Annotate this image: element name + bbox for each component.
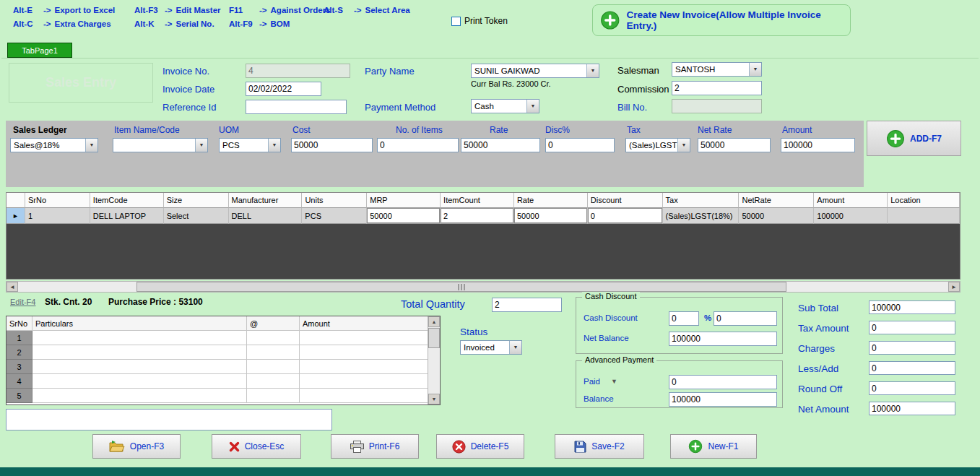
net-balance-label: Net Balance xyxy=(584,334,629,342)
particulars-cell[interactable] xyxy=(300,389,428,403)
grid-row[interactable]: ► 1 DELL LAPTOP Select DELL PCS 50000 2 … xyxy=(6,208,960,224)
particulars-vertical-scrollbar[interactable]: ▲ ▼ xyxy=(428,316,440,404)
balance-field[interactable] xyxy=(669,392,777,407)
particulars-cell[interactable] xyxy=(32,360,247,374)
open-button[interactable]: Open-F3 xyxy=(92,434,181,459)
charges-label: Charges xyxy=(798,343,835,354)
grid-header-tax: Tax xyxy=(663,193,740,208)
amount-field[interactable] xyxy=(781,138,855,152)
chevron-down-icon: ▼ xyxy=(526,100,539,113)
net-balance-field[interactable] xyxy=(669,332,777,346)
edit-f4-link[interactable]: Edit-F4 xyxy=(10,298,35,306)
particulars-cell[interactable] xyxy=(300,360,428,374)
create-new-invoice-button[interactable]: Create New Invoice(Allow Multiple Invoic… xyxy=(592,4,851,36)
tax-amount-field[interactable] xyxy=(869,321,955,334)
tax-label: Tax xyxy=(627,125,641,135)
particulars-cell[interactable] xyxy=(32,374,247,389)
cell-discount[interactable]: 0 xyxy=(588,208,663,224)
scrollbar-thumb[interactable] xyxy=(428,328,440,348)
sales-entry-panel: Sales Entry xyxy=(9,63,153,103)
delete-button[interactable]: Delete-F5 xyxy=(436,434,524,459)
particulars-cell[interactable] xyxy=(32,389,247,403)
button-label: Open-F3 xyxy=(130,441,164,451)
status-select[interactable]: Invoiced ▼ xyxy=(460,340,522,355)
cell-rate[interactable]: 50000 xyxy=(514,208,588,224)
particulars-row: 1 xyxy=(6,331,440,345)
scroll-down-arrow[interactable]: ▼ xyxy=(428,394,440,404)
cell-netrate: 50000 xyxy=(739,208,814,224)
grid-horizontal-scrollbar[interactable]: ◄ ► xyxy=(6,281,961,293)
reference-id-label: Reference Id xyxy=(162,102,216,113)
particulars-cell[interactable] xyxy=(247,360,300,374)
cell-size[interactable]: Select xyxy=(164,208,229,224)
new-button[interactable]: New-F1 xyxy=(670,434,757,459)
party-name-select[interactable]: SUNIL GAIKWAD ▼ xyxy=(471,64,599,78)
print-button[interactable]: Print-F6 xyxy=(331,434,419,459)
invoice-date-field[interactable] xyxy=(246,82,321,96)
particulars-cell[interactable] xyxy=(247,389,300,403)
cash-discount-percent-field[interactable] xyxy=(669,311,699,326)
notes-field[interactable] xyxy=(6,409,332,430)
commission-field[interactable] xyxy=(672,81,762,95)
total-quantity-field[interactable] xyxy=(492,298,562,312)
particulars-cell[interactable] xyxy=(32,345,247,360)
cost-field[interactable] xyxy=(291,138,373,152)
reference-id-field[interactable] xyxy=(246,100,347,114)
particulars-header-at: @ xyxy=(247,316,300,331)
disc-field[interactable] xyxy=(545,138,615,152)
save-button[interactable]: Save-F2 xyxy=(555,434,644,459)
sub-total-field[interactable] xyxy=(869,300,955,314)
scrollbar-thumb[interactable] xyxy=(136,282,786,292)
scroll-left-arrow[interactable]: ◄ xyxy=(6,282,18,292)
grid-header-size: Size xyxy=(164,193,229,208)
print-token-checkbox[interactable] xyxy=(451,17,461,26)
item-name-label: Item Name/Code xyxy=(114,125,180,135)
current-balance-text: Curr Bal Rs. 23000 Cr. xyxy=(471,79,551,88)
tax-select[interactable]: (Sales)LGST(18%) ▼ xyxy=(625,138,690,152)
scroll-right-arrow[interactable]: ► xyxy=(948,282,960,292)
particulars-cell[interactable] xyxy=(247,374,300,389)
rate-field[interactable] xyxy=(461,138,540,152)
round-off-field[interactable] xyxy=(869,381,955,395)
close-button[interactable]: Close-Esc xyxy=(212,434,301,459)
net-rate-field[interactable] xyxy=(698,138,771,152)
item-name-select[interactable]: ▼ xyxy=(113,138,208,152)
scrollbar-grip-icon xyxy=(461,284,462,290)
button-label: Print-F6 xyxy=(369,441,400,451)
particulars-cell[interactable] xyxy=(32,331,247,345)
button-label: Close-Esc xyxy=(245,441,285,451)
cell-srno: 1 xyxy=(25,208,90,224)
charges-field[interactable] xyxy=(869,341,955,355)
printer-icon xyxy=(350,441,364,453)
add-f7-button[interactable]: ADD-F7 xyxy=(867,121,961,156)
cell-itemcount[interactable]: 2 xyxy=(441,208,514,224)
cell-mrp[interactable]: 50000 xyxy=(367,208,441,224)
tab-tabpage1[interactable]: TabPage1 xyxy=(7,43,72,58)
net-amount-field[interactable] xyxy=(869,402,955,415)
button-label: New-F1 xyxy=(708,441,738,451)
particulars-cell[interactable] xyxy=(300,374,428,389)
paid-dropdown-arrow-icon[interactable]: ▼ xyxy=(611,378,617,385)
particulars-cell[interactable] xyxy=(300,345,428,360)
scroll-up-arrow[interactable]: ▲ xyxy=(428,316,440,327)
sales-ledger-select[interactable]: Sales@18% ▼ xyxy=(10,138,98,152)
cell-amount: 100000 xyxy=(814,208,888,224)
row-arrow-icon: ► xyxy=(12,212,19,220)
row-selector-cell[interactable]: ► xyxy=(6,208,25,224)
no-of-items-field[interactable] xyxy=(377,138,459,152)
particulars-row: 4 xyxy=(6,374,440,389)
paid-field[interactable] xyxy=(669,375,777,389)
shortcut-extra-charges: Alt-C -> Extra Charges xyxy=(13,20,111,28)
less-add-field[interactable] xyxy=(869,361,955,375)
uom-select[interactable]: PCS ▼ xyxy=(219,138,281,152)
total-quantity-label: Total Quantity xyxy=(401,298,465,310)
particulars-cell[interactable] xyxy=(247,345,300,360)
payment-method-select[interactable]: Cash ▼ xyxy=(471,99,539,113)
cash-discount-amount-field[interactable] xyxy=(714,311,777,326)
group-title: Advanced Payment xyxy=(582,355,656,364)
particulars-cell[interactable] xyxy=(247,331,300,345)
salesman-select[interactable]: SANTOSH ▼ xyxy=(672,62,762,77)
particulars-cell[interactable] xyxy=(300,331,428,345)
cell-location xyxy=(888,208,960,224)
party-name-label: Party Name xyxy=(365,66,415,77)
